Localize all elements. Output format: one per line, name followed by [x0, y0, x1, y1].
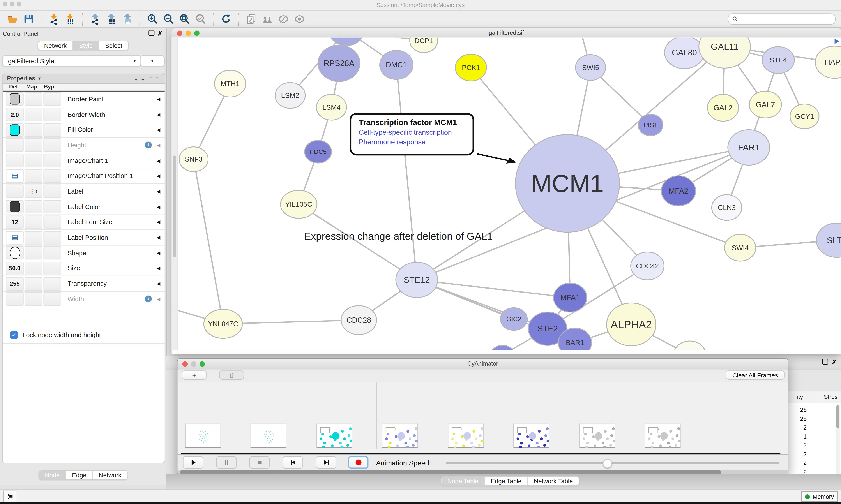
tab-network-table[interactable]: Network Table	[527, 476, 579, 485]
map-cell[interactable]	[25, 92, 42, 106]
network-window-titlebar[interactable]: galFiltered.sif	[172, 29, 841, 38]
network-edge[interactable]	[396, 65, 417, 280]
tab-node-table[interactable]: Node Table	[442, 476, 484, 485]
property-row[interactable]: Heighti◀	[3, 138, 165, 153]
info-icon[interactable]: i	[145, 142, 152, 149]
def-cell[interactable]: 50.0	[6, 262, 24, 275]
search-input[interactable]	[738, 15, 835, 23]
timeline-playhead[interactable]	[376, 382, 377, 449]
tab-edge[interactable]: Edge	[66, 471, 92, 479]
zoom-in-icon[interactable]	[146, 13, 159, 25]
def-cell[interactable]: 255	[6, 277, 24, 290]
style-selector[interactable]: galFiltered Style ▼	[2, 55, 142, 66]
export-image-icon[interactable]	[121, 13, 133, 25]
annotation-arrow[interactable]	[478, 154, 512, 161]
map-cell[interactable]	[25, 231, 42, 244]
frame-thumbnail-6[interactable]	[579, 424, 615, 448]
def-cell[interactable]	[6, 200, 24, 214]
map-cell[interactable]	[25, 154, 42, 167]
caption-annotation[interactable]: Expression change after deletion of GAL1	[304, 231, 493, 242]
tab-edge-table[interactable]: Edge Table	[484, 476, 527, 485]
byp-cell[interactable]	[43, 277, 61, 290]
map-cell[interactable]	[25, 292, 42, 306]
expand-row-icon[interactable]: ◀	[157, 235, 160, 240]
import-table-icon[interactable]	[63, 13, 76, 25]
expand-row-icon[interactable]: ◀	[157, 158, 160, 163]
byp-cell[interactable]	[43, 231, 61, 244]
byp-cell[interactable]	[43, 262, 61, 275]
expand-row-icon[interactable]: ◀	[157, 296, 160, 302]
zoom-fit-content-icon[interactable]	[178, 13, 191, 25]
expand-row-icon[interactable]: ◀	[157, 143, 160, 148]
def-cell[interactable]	[6, 139, 24, 152]
byp-cell[interactable]	[43, 92, 61, 106]
import-network-icon[interactable]	[47, 13, 60, 25]
pause-button[interactable]	[216, 456, 236, 469]
property-row[interactable]: Image/Chart Position 1◀	[3, 168, 165, 184]
def-cell[interactable]	[6, 154, 24, 167]
frame-thumbnail-4[interactable]	[448, 424, 484, 448]
network-edge[interactable]	[223, 320, 359, 324]
expand-row-icon[interactable]: ◀	[157, 174, 160, 179]
table-vertical-scrollbar[interactable]	[836, 404, 840, 485]
byp-cell[interactable]	[43, 123, 61, 137]
next-frame-button[interactable]	[316, 456, 336, 469]
annotation-box[interactable]: Transcription factor MCM1 Cell-type-spec…	[350, 113, 474, 156]
memory-button[interactable]: Memory	[801, 491, 838, 502]
network-canvas[interactable]: RPS28ADMC1DCP1PCK1SWI5GAL80GAL11STE4HAP2…	[172, 37, 841, 350]
tab-select[interactable]: Select	[99, 41, 128, 50]
expand-row-icon[interactable]: ◀	[157, 250, 160, 255]
network-graph[interactable]: RPS28ADMC1DCP1PCK1SWI5GAL80GAL11STE4HAP2…	[172, 37, 841, 350]
node-sst2[interactable]	[491, 345, 515, 350]
network-vertical-scrollbar[interactable]	[172, 37, 178, 350]
save-session-icon[interactable]	[22, 13, 35, 25]
birdseye-toggle-icon[interactable]	[835, 38, 839, 44]
show-all-icon[interactable]	[293, 13, 306, 25]
column-divider[interactable]	[820, 392, 820, 403]
lock-checkbox[interactable]: ✓	[10, 331, 18, 339]
network-edge[interactable]	[194, 159, 223, 324]
frame-thumbnail-1[interactable]	[251, 424, 286, 448]
byp-cell[interactable]	[43, 185, 61, 198]
def-cell[interactable]	[6, 169, 24, 183]
def-cell[interactable]	[6, 246, 24, 260]
property-row[interactable]: ⋮›Label◀	[3, 184, 165, 199]
task-history-button[interactable]: ⦙≡	[3, 491, 17, 502]
byp-cell[interactable]	[43, 246, 61, 260]
network-from-selection-icon[interactable]	[245, 13, 257, 25]
map-cell[interactable]	[25, 108, 42, 121]
tab-node[interactable]: Node	[39, 471, 66, 479]
expand-row-icon[interactable]: ◀	[157, 219, 160, 224]
property-row[interactable]: Image/Chart 1◀	[3, 153, 165, 168]
map-cell[interactable]	[25, 169, 42, 183]
column-centrality[interactable]: ity	[797, 394, 803, 400]
frame-thumbnail-0[interactable]	[185, 424, 221, 448]
property-row[interactable]: Border Paint◀	[3, 92, 165, 107]
def-cell[interactable]	[6, 292, 24, 306]
previous-frame-button[interactable]	[283, 456, 303, 469]
record-button[interactable]	[348, 456, 369, 469]
property-row[interactable]: Label Position◀	[3, 230, 165, 246]
map-cell[interactable]: ⋮›	[25, 185, 42, 198]
add-frame-button[interactable]: +	[182, 371, 207, 380]
property-row[interactable]: Label Color◀	[3, 199, 165, 215]
close-panel-icon[interactable]: ✗	[158, 30, 162, 37]
map-cell[interactable]	[25, 246, 42, 260]
properties-header[interactable]: Properties ▼ ⌄ ⌄ ⌃ ⌃	[3, 74, 165, 84]
play-button[interactable]	[183, 456, 203, 469]
timeline-horizontal-scrollbar[interactable]	[178, 470, 788, 474]
frame-thumbnail-5[interactable]	[513, 424, 549, 448]
export-table-icon[interactable]	[105, 13, 118, 25]
delete-frame-button[interactable]	[219, 371, 244, 380]
property-row[interactable]: Shape◀	[3, 246, 165, 261]
expand-row-icon[interactable]: ◀	[157, 127, 160, 132]
def-cell[interactable]: 12	[6, 215, 24, 229]
column-stress[interactable]: Stres	[824, 394, 838, 400]
byp-cell[interactable]	[43, 169, 61, 183]
animation-speed-slider[interactable]	[446, 462, 779, 464]
map-cell[interactable]	[25, 123, 42, 137]
close-panel-icon[interactable]: ✗	[832, 359, 837, 366]
float-panel-icon[interactable]	[822, 359, 828, 366]
open-session-icon[interactable]	[6, 13, 19, 25]
property-row[interactable]: 2.0Border Width◀	[3, 107, 165, 122]
